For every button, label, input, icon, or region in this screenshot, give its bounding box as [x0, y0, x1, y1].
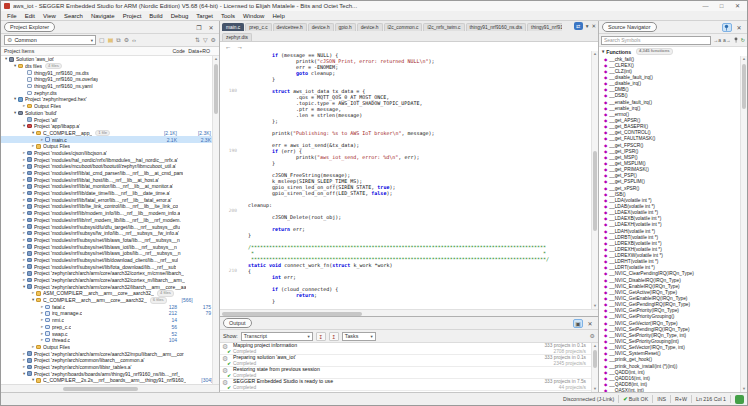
editor-tab-device-h[interactable]: device.h [357, 23, 383, 31]
menu-edit[interactable]: Edit [21, 13, 39, 19]
minimize-button[interactable]: — [699, 2, 712, 11]
scrollbar-thumb[interactable] [63, 387, 138, 391]
scroll-down-icon[interactable]: ▼ [741, 386, 747, 392]
tree-row[interactable]: ▸Project 'zephyr/arch/arch/arm/core/aarc… [1, 350, 219, 357]
tree-horizontal-scrollbar[interactable] [1, 384, 219, 392]
refresh-icon[interactable]: ↻ [741, 37, 745, 43]
gear-icon[interactable]: ⚙ [590, 331, 595, 341]
output-option-icon[interactable]: ▣ [573, 319, 583, 328]
settings-icon[interactable]: ⚙ [124, 35, 129, 45]
tree-row[interactable]: ▸Project 'modules/nrf/lib/fatal_error/li… [1, 196, 219, 203]
clear-transcript-icon[interactable]: ↧ [316, 332, 326, 341]
navigate-back-icon[interactable]: ← [225, 43, 232, 51]
menu-search[interactable]: Search [60, 13, 87, 19]
new-window-icon[interactable]: ▢ [99, 35, 105, 45]
functions-vertical-scrollbar[interactable]: ▲▼ [740, 56, 747, 392]
export-icon[interactable]: ⧉ [116, 35, 120, 45]
close-panel-icon[interactable]: ✕ [206, 24, 216, 31]
code-icon[interactable]: ‹› [132, 35, 136, 45]
pin-icon[interactable] [733, 37, 739, 43]
tree-row[interactable]: thingy91_nrf9160_ns.yaml [1, 83, 219, 90]
tree-row[interactable]: ▸Project 'modules/nrf/lib/nrf_modem_lib/… [1, 217, 219, 224]
source-navigator-tab[interactable]: Source Navigator [602, 22, 657, 32]
tree-row[interactable]: ▾Project 'app/libapp.a' [1, 123, 219, 130]
tree-row[interactable]: ▸ASM_COMPILER__arch__arm__core__aarch32_… [1, 290, 219, 297]
filter-icon[interactable]: ▽ [203, 35, 208, 45]
scrollbar-thumb[interactable] [593, 350, 597, 368]
chevron-down-icon[interactable]: ▾ [586, 23, 589, 29]
editor-tab-thingy91-nrf9160-ns-dts[interactable]: thingy91_nrf9160_ns.dts [466, 23, 527, 31]
code-editor[interactable]: if (message == NULL) {printk("cJSON_Prin… [220, 51, 598, 309]
function-item[interactable]: ◆__QASX(int, int) [599, 388, 747, 392]
tree-row[interactable]: ▾C_COMPILER__app_1 file[2.1K][2.3K] [1, 130, 219, 137]
editor-tab-zephyr-dts[interactable]: zephyr.dts [222, 33, 252, 41]
project-tree[interactable]: ▾Solution 'aws_iot'▾dts files4 filesthin… [1, 56, 219, 384]
goto-declaration-icon[interactable]: a→ [723, 37, 731, 43]
close-panel-icon[interactable]: ✕ [734, 24, 744, 31]
tree-row[interactable]: ▸Project 'modules/nrf/subsys/net/lib/aws… [1, 243, 219, 250]
tree-row[interactable]: ▸thread.c104 [1, 337, 219, 344]
menu-build[interactable]: Build [145, 13, 166, 19]
tree-row[interactable]: ▸Project 'modules/nrf/subsys/dfu/dfu_tar… [1, 223, 219, 230]
tree-row[interactable]: ▸Output Files [1, 103, 219, 110]
column-data-ro[interactable]: Data+RO [185, 48, 219, 54]
float-panel-icon[interactable]: ❐ [194, 24, 204, 31]
editor-tab-gpio-h[interactable]: gpio.h [335, 23, 356, 31]
menu-window[interactable]: Window [239, 13, 268, 19]
split-editor-icon[interactable]: ⇄ [574, 22, 583, 30]
tree-row[interactable]: ▾Solution 'aws_iot' [1, 56, 219, 63]
editor-tab-device-h[interactable]: device.h [308, 23, 334, 31]
tree-row[interactable]: ▸Project 'modules/nrf/lib/modem_info/lib… [1, 210, 219, 217]
tree-row[interactable]: zephyr.dts [1, 89, 219, 96]
tree-row[interactable]: thingy91_nrf9160_ns.overlay [1, 76, 219, 83]
tree-row[interactable]: ▸Project 'modules/nrf/lib/at_cmd_parser/… [1, 170, 219, 177]
editor-tab-devicetree-h[interactable]: devicetree.h [273, 23, 307, 31]
tree-row[interactable]: ▸Project 'modules/nrf/lib/at_host/lib...… [1, 176, 219, 183]
tree-row[interactable]: ▸Project 'modules/hal_nordic/nrfx/libmod… [1, 156, 219, 163]
tree-row[interactable]: ▸Project 'modules/nrf/subsys/net/lib/dow… [1, 257, 219, 264]
transcript-selector[interactable]: Transcript ▾ [241, 332, 313, 341]
tree-row[interactable]: ▸Output Files [1, 143, 219, 150]
menu-file[interactable]: File [3, 13, 21, 19]
search-symbols-input[interactable] [601, 36, 711, 45]
pin-icon[interactable] [722, 23, 732, 32]
editor-vertical-scrollbar[interactable]: ▲ ▼ [591, 51, 598, 309]
tree-row[interactable]: ▸Project 'modules/nrf/subsys/net/lib/aws… [1, 250, 219, 257]
editor-tab-i2c-common-c[interactable]: i2c_common.c [384, 23, 423, 31]
navigate-forward-icon[interactable]: → [237, 43, 244, 51]
menu-debug[interactable]: Debug [167, 13, 193, 19]
tree-row[interactable]: ▸prep_c.c56 [1, 324, 219, 331]
editor-tab-thingy91-nrf9160-ns-yaml[interactable]: thingy91_nrf9160_ns.yaml [527, 23, 562, 31]
tree-row[interactable]: ▸swap.c52 [1, 330, 219, 337]
close-tab-icon[interactable]: ✕ [591, 23, 596, 29]
scrollbar-thumb[interactable] [593, 151, 597, 231]
tree-row[interactable]: ▾Solution 'build' [1, 110, 219, 117]
tree-row[interactable]: ▸main.c2.1K2.3K [1, 136, 219, 143]
tree-row[interactable]: ▸Project 'modules/nrf/lib/date_time/lib.… [1, 190, 219, 197]
scroll-down-icon[interactable]: ▼ [592, 386, 598, 392]
tree-row[interactable]: ▾Project 'zephyr/arch/arch/arm/core/aarc… [1, 283, 219, 290]
paste-icon[interactable]: ⇅ [195, 35, 200, 45]
column-project-items[interactable]: Project Items [4, 48, 159, 54]
tree-row[interactable]: ▸Project 'modules/mcuboot/boot/bootutil/… [1, 163, 219, 170]
tree-row[interactable]: ▸irq_manage.c21279 [1, 310, 219, 317]
output-vertical-scrollbar[interactable]: ▲▼ [591, 343, 598, 392]
tree-row[interactable]: thingy91_nrf9160_ns.dts [1, 69, 219, 76]
tree-row[interactable]: ▾C_COMPILER__arch__arm__core__aarch32_6 … [1, 297, 219, 304]
tree-row[interactable]: ▸Project 'modules/nrf/subsys/net/lib/fot… [1, 263, 219, 270]
editor-tab-i2c-nrfx-twim-c[interactable]: i2c_nrfx_twim.c [423, 23, 464, 31]
scroll-up-icon[interactable]: ▲ [741, 56, 747, 62]
goto-definition-icon[interactable]: →a [713, 37, 721, 43]
close-button[interactable]: ✕ [731, 2, 744, 11]
tasks-selector[interactable]: Tasks ▾ [342, 332, 376, 341]
tree-row[interactable]: ▸Project 'modules/nrf/lib/at_monitor/lib… [1, 183, 219, 190]
menu-navigate[interactable]: Navigate [87, 13, 119, 19]
tree-row[interactable]: ▸Project 'modules/nrf/subsys/net/lib/aws… [1, 237, 219, 244]
gear-icon[interactable]: ⚙ [211, 35, 216, 45]
tree-row[interactable]: ▸Output Files [1, 344, 219, 351]
tree-row[interactable]: ▾Project 'zephyr/merged.hex' [1, 96, 219, 103]
scrollbar-thumb[interactable] [222, 312, 362, 316]
column-code[interactable]: Code [159, 48, 185, 54]
scroll-up-icon[interactable]: ▲ [592, 343, 598, 349]
tree-row[interactable]: ▾dts files4 files [1, 63, 219, 70]
